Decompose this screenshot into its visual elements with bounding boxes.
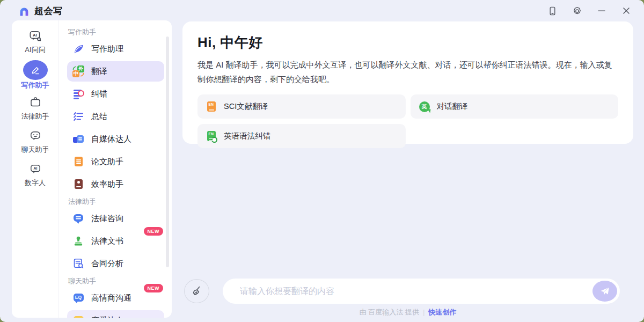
rail-label: 数字人	[25, 178, 46, 188]
settings-gear-icon[interactable]	[571, 5, 583, 17]
sidebar-item-label: 恋爱达人	[91, 316, 123, 318]
app-window: 超会写 AI	[0, 0, 644, 322]
bubble	[77, 135, 84, 143]
app-title: 超会写	[34, 5, 63, 17]
suggestion-label: SCI文献翻译	[224, 101, 268, 112]
translate-swap-icon: 外 中	[72, 65, 84, 77]
sidebar-scrollbar[interactable]	[166, 36, 169, 267]
sidebar-item-proofread[interactable]: 纠错	[67, 84, 164, 104]
love-heart-icon: ♥	[72, 314, 84, 318]
paper-plane-icon	[599, 286, 610, 297]
sidebar-item-label: 法律文书	[91, 236, 123, 246]
rail-label: AI问问	[25, 45, 45, 55]
chat-green-icon: 英	[419, 101, 430, 112]
sidebar-item-summary[interactable]: 总结	[67, 106, 164, 127]
greeting-title: Hi, 中午好	[197, 33, 618, 52]
sidebar-item-label: 效率助手	[91, 179, 123, 189]
proofread-lines-icon	[72, 88, 84, 100]
footer-separator: |	[423, 308, 425, 316]
eq-bubble-icon: EQ	[72, 292, 84, 304]
sidebar-item-love-expert[interactable]: ♥ 恋爱达人	[67, 310, 164, 318]
rail-label: 写作助手	[21, 80, 49, 90]
pencil-oval	[23, 60, 48, 80]
section-header: 写作助手	[67, 27, 164, 38]
left-panel: AI AI问问 写作助手	[12, 20, 172, 318]
line	[74, 98, 79, 99]
new-badge: NEW	[144, 227, 164, 236]
ai-glyph: AI	[33, 166, 37, 170]
rail-item-legal[interactable]: 法律助手	[12, 93, 58, 121]
summary-list-icon	[72, 111, 84, 122]
sidebar-item-label: 高情商沟通	[91, 293, 131, 303]
sidebar-item-label: 纠错	[91, 89, 107, 99]
sidebar-item-label: 自媒体达人	[91, 134, 131, 144]
rail-label: 法律助手	[21, 112, 49, 121]
new-badge: NEW	[144, 284, 164, 292]
sidebar-item-label: 写作助理	[91, 44, 123, 54]
en-glyph: EN	[209, 103, 214, 106]
composer	[223, 279, 620, 304]
sidebar-item-legal-consult[interactable]: 法律咨询	[67, 208, 164, 229]
active-pill	[23, 60, 48, 80]
sidebar-item-label: 论文助手	[91, 157, 123, 167]
media-bubbles-icon	[72, 133, 84, 145]
rail-item-digital-human[interactable]: AI 数字人	[12, 160, 58, 188]
device-icon[interactable]	[546, 5, 558, 17]
provider-text: 由 百度输入法 提供	[360, 308, 419, 316]
suggestion-grammar-check[interactable]: EN 英语语法纠错	[197, 124, 406, 148]
close-icon[interactable]	[620, 5, 632, 17]
efficiency-book-icon	[72, 178, 84, 190]
sidebar-item-paper-helper[interactable]: 论文助手	[67, 151, 164, 172]
briefcase-icon	[29, 93, 42, 111]
sidebar-item-label: 合同分析	[91, 259, 123, 269]
rail-label: 聊天助手	[21, 145, 49, 155]
contract-magnifier-icon	[72, 258, 84, 269]
sidebar-item-efficiency[interactable]: 效率助手	[67, 174, 164, 194]
greeting-card: Hi, 中午好 我是 AI 翻译助手，我可以完成中外文互译，也可以翻译外文文献、…	[182, 21, 633, 144]
stamp-icon	[72, 235, 84, 247]
sidebar-item-label: 总结	[91, 112, 107, 122]
doc-en-orange-icon: EN	[206, 101, 217, 112]
suggestion-dialog-translate[interactable]: 英 对话翻译	[411, 94, 619, 119]
sidebar-item-translate[interactable]: 外 中 翻译	[67, 61, 164, 82]
clear-button[interactable]	[184, 279, 209, 303]
chat-smile-bubble-icon	[29, 127, 42, 144]
suggestion-label: 对话翻译	[437, 101, 468, 112]
greeting-description: 我是 AI 翻译助手，我可以完成中外文互译，也可以翻译外文文献、对话，还可以帮你…	[197, 58, 618, 86]
app-logo-icon	[18, 5, 30, 17]
pencil-icon	[30, 65, 41, 76]
chinese-glyph: 中	[72, 70, 79, 77]
sidebar-item-media-expert[interactable]: 自媒体达人	[67, 129, 164, 149]
heart-glyph: ♥	[76, 317, 80, 318]
doc-check-green-icon: EN	[206, 131, 217, 142]
footer: 由 百度输入法 提供|快速创作	[182, 308, 633, 317]
brand: 超会写	[18, 5, 63, 17]
broom-icon	[191, 285, 203, 298]
quill-icon	[72, 43, 84, 55]
paper-doc-icon	[72, 156, 84, 167]
ai-glyph: AI	[33, 33, 37, 38]
en-glyph: EN	[209, 132, 214, 136]
sidebar-item-legal-docs[interactable]: 法律文书 NEW	[67, 231, 164, 251]
sidebar-item-eq-communication[interactable]: EQ 高情商沟通 NEW	[67, 288, 164, 308]
rail-item-ai-ask[interactable]: AI AI问问	[12, 27, 58, 55]
sidebar-item-label: 法律咨询	[91, 214, 123, 224]
suggestion-list: EN SCI文献翻译 英 对话翻译 EN 英语语法纠错	[197, 94, 618, 148]
minimize-icon[interactable]	[596, 5, 608, 17]
rail-item-writing[interactable]: 写作助手	[12, 60, 58, 88]
window-controls	[546, 0, 632, 21]
sidebar-item-writing-assistant[interactable]: 写作助理	[67, 39, 164, 59]
titlebar: 超会写	[0, 0, 644, 21]
rail-item-chat[interactable]: 聊天助手	[12, 127, 58, 155]
send-button[interactable]	[592, 281, 617, 302]
sidebar-item-contract-analysis[interactable]: 合同分析	[67, 253, 164, 274]
ai-bubble-icon: AI	[29, 160, 42, 178]
primary-nav-rail: AI AI问问 写作助手	[12, 20, 59, 318]
suggestion-label: 英语语法纠错	[224, 131, 270, 141]
secondary-sidebar: 写作助手 写作助理 外 中 翻译	[60, 20, 172, 318]
ai-ask-bubble-icon: AI	[28, 27, 42, 45]
composer-input[interactable]	[239, 286, 592, 297]
quick-create-link[interactable]: 快速创作	[428, 308, 456, 316]
suggestion-sci-translate[interactable]: EN SCI文献翻译	[197, 94, 406, 119]
error-ring	[78, 90, 84, 97]
